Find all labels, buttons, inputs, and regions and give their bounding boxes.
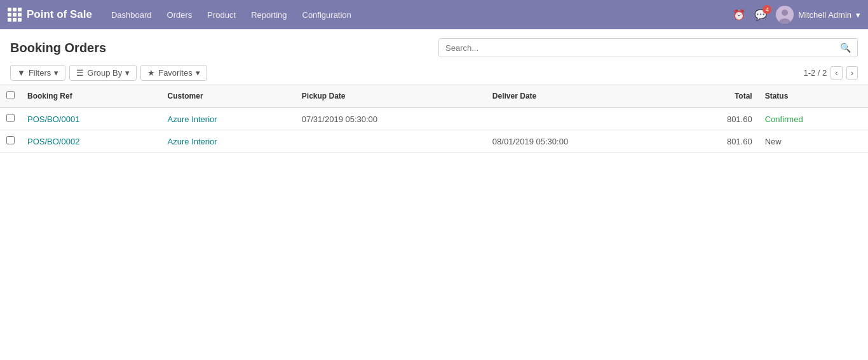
row2-customer: Azure Interior bbox=[161, 130, 295, 153]
row2-checkbox[interactable] bbox=[6, 136, 15, 144]
booking-orders-table: Booking Ref Customer Pickup Date Deliver… bbox=[0, 85, 868, 153]
group-by-chevron: ▾ bbox=[125, 68, 130, 78]
table-row: POS/BO/0002 Azure Interior 08/01/2019 05… bbox=[0, 130, 868, 153]
filters-label: Filters bbox=[29, 68, 51, 78]
pagination-info: 1-2 / 2 ‹ › bbox=[803, 66, 858, 80]
prev-page-button[interactable]: ‹ bbox=[831, 66, 842, 80]
col-booking-ref: Booking Ref bbox=[21, 85, 161, 108]
row2-ref: POS/BO/0002 bbox=[21, 130, 161, 153]
page-title: Booking Orders bbox=[10, 41, 106, 55]
page-header: Booking Orders 🔍 bbox=[0, 29, 868, 61]
nav-reporting[interactable]: Reporting bbox=[245, 6, 293, 24]
filters-button[interactable]: ▼ Filters ▾ bbox=[10, 65, 65, 81]
control-row: ▼ Filters ▾ ☰ Group By ▾ ★ Favorites ▾ 1… bbox=[0, 61, 868, 85]
row1-ref-link[interactable]: POS/BO/0001 bbox=[27, 114, 79, 124]
nav-orders[interactable]: Orders bbox=[161, 6, 199, 24]
row1-total: 801.60 bbox=[677, 107, 759, 130]
topnav-right: ⏰ 💬 4 Mitchell Admin ▾ bbox=[733, 6, 860, 24]
star-icon: ★ bbox=[147, 68, 155, 78]
search-button[interactable]: 🔍 bbox=[834, 39, 857, 57]
nav-configuration[interactable]: Configuration bbox=[296, 6, 358, 24]
row1-check-col bbox=[0, 107, 21, 130]
group-by-button[interactable]: ☰ Group By ▾ bbox=[69, 65, 137, 81]
col-deliver-date: Deliver Date bbox=[486, 85, 677, 108]
table-header: Booking Ref Customer Pickup Date Deliver… bbox=[0, 85, 868, 108]
favorites-label: Favorites bbox=[158, 68, 192, 78]
user-dropdown-arrow: ▾ bbox=[856, 10, 860, 20]
col-customer: Customer bbox=[161, 85, 295, 108]
row1-customer-link[interactable]: Azure Interior bbox=[168, 114, 217, 124]
app-logo[interactable]: Point of Sale bbox=[8, 8, 92, 22]
col-status: Status bbox=[759, 85, 868, 108]
pagination-text: 1-2 / 2 bbox=[803, 68, 827, 78]
favorites-chevron: ▾ bbox=[196, 68, 200, 78]
next-page-button[interactable]: › bbox=[846, 66, 858, 80]
search-bar: 🔍 bbox=[438, 38, 858, 57]
row2-customer-link[interactable]: Azure Interior bbox=[168, 137, 217, 146]
select-all-checkbox[interactable] bbox=[6, 91, 15, 99]
row1-checkbox[interactable] bbox=[6, 114, 15, 122]
clock-icon[interactable]: ⏰ bbox=[733, 9, 745, 21]
user-menu[interactable]: Mitchell Admin ▾ bbox=[776, 6, 860, 24]
main-content: Booking Orders 🔍 ▼ Filters ▾ ☰ Group By … bbox=[0, 29, 868, 360]
row2-total: 801.60 bbox=[677, 130, 759, 153]
svg-point-1 bbox=[782, 10, 788, 16]
notification-badge: 4 bbox=[763, 5, 771, 14]
row1-pickup-date: 07/31/2019 05:30:00 bbox=[295, 107, 486, 130]
row1-ref: POS/BO/0001 bbox=[21, 107, 161, 130]
group-by-label: Group By bbox=[87, 68, 122, 78]
table-body: POS/BO/0001 Azure Interior 07/31/2019 05… bbox=[0, 107, 868, 153]
col-total: Total bbox=[677, 85, 759, 108]
row1-deliver-date bbox=[486, 107, 677, 130]
nav-menu: Dashboard Orders Product Reporting Confi… bbox=[105, 6, 733, 24]
select-all-col bbox=[0, 85, 21, 108]
top-navigation: Point of Sale Dashboard Orders Product R… bbox=[0, 0, 868, 29]
nav-dashboard[interactable]: Dashboard bbox=[105, 6, 158, 24]
row1-customer: Azure Interior bbox=[161, 107, 295, 130]
row1-status: Confirmed bbox=[759, 107, 868, 130]
nav-product[interactable]: Product bbox=[201, 6, 242, 24]
row2-check-col bbox=[0, 130, 21, 153]
app-name: Point of Sale bbox=[27, 8, 92, 21]
list-icon: ☰ bbox=[76, 68, 84, 78]
avatar bbox=[776, 6, 794, 24]
table-row: POS/BO/0001 Azure Interior 07/31/2019 05… bbox=[0, 107, 868, 130]
chat-icon[interactable]: 💬 4 bbox=[754, 9, 767, 21]
filters-chevron: ▾ bbox=[54, 68, 58, 78]
col-pickup-date: Pickup Date bbox=[295, 85, 486, 108]
row1-status-badge: Confirmed bbox=[765, 114, 803, 124]
grid-icon bbox=[8, 8, 22, 22]
filter-icon: ▼ bbox=[17, 68, 25, 78]
row2-status-badge: New bbox=[765, 137, 782, 146]
search-input[interactable] bbox=[439, 39, 834, 57]
favorites-button[interactable]: ★ Favorites ▾ bbox=[140, 65, 207, 81]
row2-pickup-date bbox=[295, 130, 486, 153]
row2-status: New bbox=[759, 130, 868, 153]
user-name: Mitchell Admin bbox=[798, 10, 851, 20]
row2-deliver-date: 08/01/2019 05:30:00 bbox=[486, 130, 677, 153]
row2-ref-link[interactable]: POS/BO/0002 bbox=[27, 137, 79, 146]
